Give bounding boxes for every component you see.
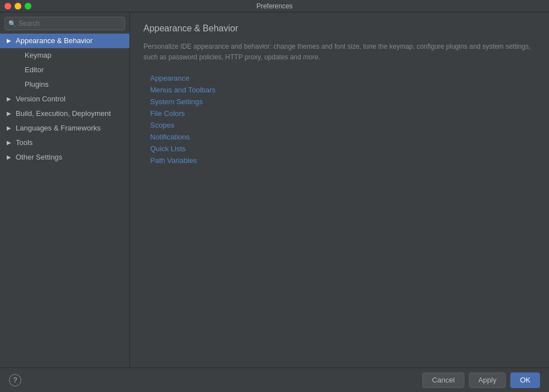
expand-arrow-icon: ▶ <box>7 94 13 105</box>
sidebar-item-other-settings[interactable]: ▶ Other Settings <box>0 150 129 165</box>
traffic-lights <box>4 3 31 10</box>
window-title: Preferences <box>257 2 293 10</box>
title-bar: Preferences <box>0 0 549 12</box>
sidebar-label-tools: Tools <box>16 137 32 148</box>
sidebar-label-plugins: Plugins <box>25 79 49 90</box>
sidebar-item-version-control[interactable]: ▶ Version Control <box>0 92 129 106</box>
action-buttons: Cancel Apply OK <box>422 372 540 388</box>
link-appearance[interactable]: Appearance <box>150 74 536 82</box>
link-file-colors[interactable]: File Colors <box>150 109 536 118</box>
sidebar-label-editor: Editor <box>25 64 44 76</box>
main-container: 🔍 ▶ Appearance & Behavior Keymap Editor … <box>0 12 549 367</box>
search-input[interactable] <box>4 17 125 30</box>
help-button[interactable]: ? <box>9 374 21 386</box>
cancel-button[interactable]: Cancel <box>422 372 464 388</box>
ok-button[interactable]: OK <box>510 372 540 388</box>
search-wrapper: 🔍 <box>4 17 125 30</box>
sidebar-item-appearance-behavior[interactable]: ▶ Appearance & Behavior <box>0 34 129 48</box>
minimize-button[interactable] <box>15 3 21 10</box>
sidebar-label-version-control: Version Control <box>16 94 66 105</box>
sidebar-label-other-settings: Other Settings <box>16 152 62 163</box>
maximize-button[interactable] <box>25 3 31 10</box>
content-links-list: Appearance Menus and Toolbars System Set… <box>143 74 536 165</box>
apply-button[interactable]: Apply <box>469 372 506 388</box>
sidebar-nav: ▶ Appearance & Behavior Keymap Editor Pl… <box>0 34 129 367</box>
sidebar-label-build-execution: Build, Execution, Deployment <box>16 108 111 119</box>
expand-arrow-icon: ▶ <box>7 35 13 46</box>
link-path-variables[interactable]: Path Variables <box>150 156 536 165</box>
sidebar-item-languages-frameworks[interactable]: ▶ Languages & Frameworks <box>0 121 129 136</box>
bottom-bar: ? Cancel Apply OK <box>0 367 549 392</box>
sidebar-item-editor[interactable]: Editor <box>0 63 129 77</box>
sidebar-item-plugins[interactable]: Plugins <box>0 77 129 92</box>
sidebar-label-keymap: Keymap <box>25 50 52 61</box>
close-button[interactable] <box>4 3 11 10</box>
sidebar: 🔍 ▶ Appearance & Behavior Keymap Editor … <box>0 12 130 367</box>
link-quick-lists[interactable]: Quick Lists <box>150 144 536 153</box>
expand-arrow-icon: ▶ <box>7 108 13 119</box>
link-scopes[interactable]: Scopes <box>150 121 536 129</box>
link-notifications[interactable]: Notifications <box>150 133 536 141</box>
content-area: Appearance & Behavior Personalize IDE ap… <box>130 12 549 367</box>
expand-arrow-icon: ▶ <box>7 152 13 163</box>
sidebar-item-tools[interactable]: ▶ Tools <box>0 136 129 150</box>
link-system-settings[interactable]: System Settings <box>150 97 536 106</box>
expand-arrow-icon: ▶ <box>7 123 13 134</box>
link-menus-toolbars[interactable]: Menus and Toolbars <box>150 86 536 94</box>
sidebar-label-languages-frameworks: Languages & Frameworks <box>16 123 101 134</box>
expand-arrow-icon: ▶ <box>7 137 13 148</box>
sidebar-label-appearance-behavior: Appearance & Behavior <box>16 35 92 46</box>
sidebar-item-build-execution[interactable]: ▶ Build, Execution, Deployment <box>0 106 129 121</box>
search-container: 🔍 <box>0 12 129 34</box>
content-description: Personalize IDE appearance and behavior:… <box>143 41 536 63</box>
sidebar-item-keymap[interactable]: Keymap <box>0 48 129 63</box>
content-title: Appearance & Behavior <box>143 24 536 34</box>
